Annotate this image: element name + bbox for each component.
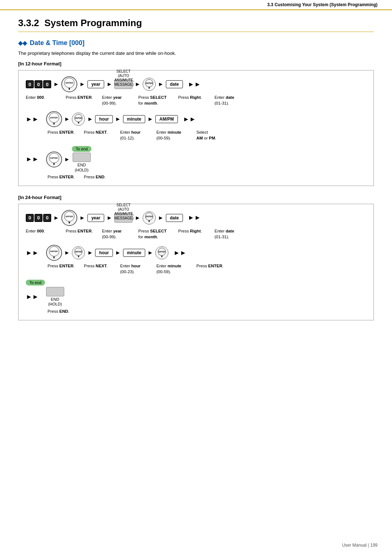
ampm-btn-1: AM/PM <box>155 115 178 123</box>
enter-sm-arrow-24-2: ▼ <box>77 255 80 258</box>
select-note-1: SELECT(AUTO ANS/MUTE,MESSAGE) <box>114 69 132 87</box>
enter-sm-2: ENTER ▼ <box>72 113 85 126</box>
enter-sm-inner-24-3: ENTER <box>158 248 166 256</box>
key-000: 0 0 0 <box>26 80 51 88</box>
caption-24-row-2: Press ENTER. Press NEXT. Enter hour(00-2… <box>26 263 366 275</box>
enter-inner-3: ENTER <box>49 153 59 163</box>
year-btn-24: year <box>87 214 105 222</box>
cap-press-right-24: Press Right. <box>178 228 215 240</box>
end-gray-24 <box>46 287 64 296</box>
cap-press-select-24: Press SELECTfor month. <box>138 228 178 240</box>
key-0-1: 0 <box>26 80 34 88</box>
cap-press-end-1: Press END. <box>84 174 120 180</box>
to-end-badge-1: To end <box>72 146 91 152</box>
diagram-row-2: ►► ENTER ▼ ► ENTER ▼ ► hour ► minute ► A… <box>26 111 366 127</box>
arrow-24-7: ► <box>87 250 93 256</box>
cap-press-right-1: Press Right. <box>178 94 215 106</box>
cap-enter000-24: Enter 000. <box>26 228 66 240</box>
hour-btn-1: hour <box>95 115 113 123</box>
arrow-24-9: ► <box>147 250 153 256</box>
date-btn-1: date <box>166 80 183 88</box>
double-arrow-24-4: ►► <box>26 293 39 301</box>
cap-enter-minute-24: Enter minute(00-59). <box>156 263 196 275</box>
arrow-24-5: ► <box>158 215 164 221</box>
key-0-5: 0 <box>34 214 42 222</box>
arrow-5: ► <box>158 81 164 88</box>
cap-press-enter-3: Press ENTER. <box>48 174 84 180</box>
enter-btn-2: ENTER ▼ <box>46 111 62 127</box>
diagram-24-row-3b: ►► END(HOLD) <box>26 287 366 307</box>
caption-row-3: Press ENTER. Press END. <box>26 174 366 180</box>
minute-btn-1: minute <box>123 115 145 123</box>
arrow-24-2: ► <box>79 215 85 221</box>
caption-24-row-3: Press END. <box>26 308 366 314</box>
select-box-24: SELECT(AUTO ANS/MUTE,MESSAGE) <box>114 213 132 223</box>
cap-press-enter-24-2: Press ENTER. <box>48 263 84 275</box>
footer: User Manual | 199 <box>342 543 377 548</box>
enter-sm-24-3: ENTER ▼ <box>155 246 168 259</box>
key-0-4: 0 <box>26 214 34 222</box>
section-title: 3.3.2 System Programming <box>18 17 374 32</box>
arrow-7: ► <box>87 116 93 122</box>
diagram-24-row-1: 0 0 0 ► ENTER ▼ ► year ► SELECT(AUTO ANS… <box>26 210 366 226</box>
cap-press-next-24: Press NEXT. <box>84 263 120 275</box>
arrow-3: ► <box>106 81 112 88</box>
cap-enter-year-1: Enter year(00-99). <box>102 94 138 106</box>
format12-label: [In 12-hour Format] <box>18 61 374 66</box>
end-label-24: END(HOLD) <box>48 297 62 307</box>
page-header: 3.3 Customising Your System (System Prog… <box>0 0 392 10</box>
enter-sm-inner-1: ENTER <box>145 79 153 87</box>
double-arrow-1: ►► <box>188 81 201 88</box>
enter-sm-24-2: ENTER ▼ <box>72 246 85 259</box>
double-arrow-4: ►► <box>26 155 39 163</box>
enter-inner-2: ENTER <box>49 113 59 123</box>
double-arrow-24-2: ►► <box>26 249 39 257</box>
arrow-10: ► <box>64 156 70 163</box>
enter-arrow-24-2: ▼ <box>52 256 56 259</box>
format24-label: [In 24-hour Format] <box>18 195 374 200</box>
cap-press-end-24: Press END. <box>48 308 84 314</box>
enter-inner-1: ENTER <box>64 78 74 88</box>
arrow-24-4: ► <box>135 215 140 221</box>
enter-btn-24-1: ENTER ▼ <box>61 210 77 226</box>
enter-btn-1: ENTER ▼ <box>61 76 77 92</box>
minute-btn-24: minute <box>123 249 145 257</box>
enter-sm-arrow-24-1: ▼ <box>148 220 151 223</box>
enter-btn-24-2: ENTER ▼ <box>46 245 62 261</box>
enter-arrow-1: ▼ <box>68 87 71 91</box>
cap-select-ampm: SelectAM or PM. <box>196 129 233 141</box>
arrow-9: ► <box>147 116 153 122</box>
diamond-icon: ◆◆ <box>18 40 27 46</box>
cap-spacer-2 <box>26 174 48 180</box>
arrow-8: ► <box>115 116 121 122</box>
enter-sm-arrow-1: ▼ <box>148 86 151 90</box>
diagram-row-1: 0 0 0 ► ENTER ▼ ► year ► SELECT(AUTO ANS… <box>26 76 366 92</box>
subsection-title: ◆◆ Date & Time [000] <box>18 39 374 47</box>
hour-btn-24: hour <box>95 249 113 257</box>
key-000-24: 0 0 0 <box>26 214 51 222</box>
caption-row-1: Enter 000. Press ENTER. Enter year(00-99… <box>26 94 366 106</box>
key-0-3: 0 <box>43 80 51 88</box>
enter-sm-inner-2: ENTER <box>74 114 82 122</box>
diagram-row-3: ►► ENTER ▼ ► To end END(HOLD) <box>26 146 366 172</box>
end-label-1: END(HOLD) <box>75 163 89 172</box>
select-box-1: SELECT(AUTO ANS/MUTE,MESSAGE) <box>114 80 132 89</box>
cap-press-next-1: Press NEXT. <box>84 129 120 141</box>
end-group-24: END(HOLD) <box>46 287 64 307</box>
enter-sm-1: ENTER ▼ <box>143 78 156 91</box>
arrow-4: ► <box>135 81 140 88</box>
year-btn-1: year <box>87 80 105 88</box>
diagram-12hour: 0 0 0 ► ENTER ▼ ► year ► SELECT(AUTO ANS… <box>18 70 374 186</box>
double-arrow-24-1: ►► <box>188 214 201 222</box>
to-end-badge-24: To end <box>26 280 45 285</box>
cap-press-enter-24-1: Press ENTER. <box>66 228 102 240</box>
cap-enter-minute-1: Enter minute(00-59). <box>156 129 196 141</box>
enter-inner-24-2: ENTER <box>49 246 59 256</box>
enter-inner-24-1: ENTER <box>64 211 74 222</box>
double-arrow-2: ►► <box>26 116 39 123</box>
diagram-24-row-2: ►► ENTER ▼ ► ENTER ▼ ► hour ► minute ► E… <box>26 245 366 261</box>
cap-spacer-24-2 <box>26 308 48 314</box>
enter-sm-inner-24-1: ENTER <box>145 212 153 220</box>
enter-sm-24-1: ENTER ▼ <box>143 211 156 224</box>
cap-press-enter-24-3: Press ENTER. <box>196 263 233 275</box>
